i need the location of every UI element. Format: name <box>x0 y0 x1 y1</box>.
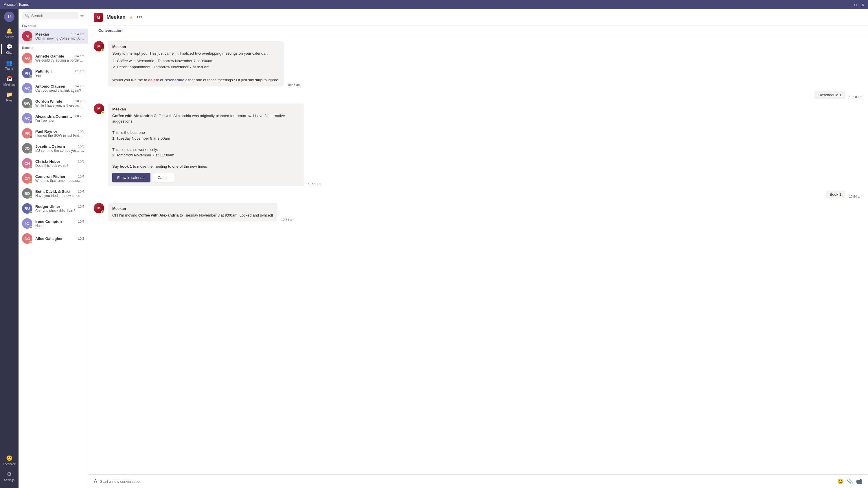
chat-item-meekan[interactable]: M Meekan 10:54 am Ok! I'm moving Coffee … <box>19 29 88 44</box>
msg-time-1: 10:48 am <box>287 83 301 87</box>
message-bubble-3: Meekan Coffee with Alexandria Coffee wit… <box>107 103 304 186</box>
avatar-cameron: CP <box>22 173 32 184</box>
msg-time-5: 10:54 am <box>281 218 294 222</box>
minimize-button[interactable]: ─ <box>847 3 850 7</box>
titlebar-title: Microsoft Teams <box>3 3 847 7</box>
nicely-label: This could also work nicely: <box>112 148 158 152</box>
chat-time: 10/5 <box>78 160 84 163</box>
chat-item-gordon[interactable]: GW Gordon Wilhite6:10 am While I have yo… <box>19 96 88 111</box>
icon-sidebar: U 🔔 Activity 💬 Chat 👥 Teams 📅 Meetings 📁… <box>0 9 19 488</box>
status-christa <box>30 166 32 168</box>
main-content: M Meekan ★ ••• Conversation M Meeka <box>88 9 868 488</box>
chat-preview: Can you send that link again? <box>35 89 84 93</box>
chat-name: Paul Raynor <box>35 129 57 134</box>
status-paul <box>30 136 32 138</box>
emoji-button[interactable]: 😊 <box>837 478 844 485</box>
chat-item-alexandria[interactable]: AC Alexandria Cummings6:08 am I'm free l… <box>19 111 88 126</box>
chat-time: 6:08 am <box>73 115 84 118</box>
chat-name: Alice Gallagher <box>35 236 63 241</box>
cta-text: Say book 1 to move the meeting to one of… <box>112 164 207 168</box>
chat-list-scroll: Favorites M Meekan 10:54 am Ok! I'm movi… <box>19 22 88 488</box>
avatar-alice: AG <box>22 233 32 244</box>
sidebar-item-activity[interactable]: 🔔 Activity <box>1 26 18 40</box>
maximize-button[interactable]: □ <box>855 3 857 7</box>
sidebar-item-label-teams: Teams <box>5 67 13 70</box>
show-in-calendar-button[interactable]: Show in calendar <box>112 173 151 183</box>
chat-item-christa[interactable]: CH Christa Huber10/5 Does this look weir… <box>19 156 88 171</box>
user-avatar[interactable]: U <box>4 11 14 22</box>
chat-item-josefina[interactable]: JO Josefina Osborn10/5 MJ sent me the co… <box>19 141 88 156</box>
cancel-button[interactable]: Cancel <box>153 173 174 183</box>
star-button[interactable]: ★ <box>129 14 133 20</box>
msg-time-4: 10:54 am <box>849 195 862 198</box>
chat-time: 10/2 <box>78 237 84 240</box>
chat-name: Rodger Ulmer <box>35 204 60 209</box>
message-row-1: M Meekan Sorry to interrupt you. This ju… <box>94 41 862 87</box>
meet-button[interactable]: 📹 <box>856 478 862 485</box>
chat-item-cameron[interactable]: CP Cameron Pitcher10/4 Where is that ram… <box>19 171 88 186</box>
action-buttons-3: Show in calendar Cancel <box>112 173 300 183</box>
chat-item-patti[interactable]: PH Patti Hull8:01 am Yes <box>19 66 88 80</box>
sidebar-item-feedback[interactable]: 😊 Feedback <box>1 453 18 467</box>
sidebar-item-label-settings: Settings <box>4 479 14 482</box>
delete-link[interactable]: delete <box>148 78 159 82</box>
sidebar-item-chat[interactable]: 💬 Chat <box>1 41 18 56</box>
attach-button[interactable]: 📎 <box>846 478 853 485</box>
conversation-title: Meekan <box>106 14 126 20</box>
chat-item-beth[interactable]: BD Beth, David, & Suki10/4 Have you trie… <box>19 186 88 201</box>
status-rodger <box>30 211 32 214</box>
chat-preview: I'm free later <box>35 119 84 123</box>
bot-status-msg5 <box>101 210 104 214</box>
chat-item-annette[interactable]: AG Annette Gamble8:14 am We could try ad… <box>19 51 88 66</box>
chat-name-meekan: Meekan <box>35 32 49 36</box>
chat-name: Christa Huber <box>35 159 60 164</box>
messages-area: M Meekan Sorry to interrupt you. This ju… <box>88 35 868 475</box>
status-meekan <box>30 38 32 41</box>
reschedule-link[interactable]: reschedule <box>164 78 184 82</box>
message-row-5: M Meekan Ok! I'm moving Coffee with Alex… <box>94 203 862 222</box>
status-alice <box>30 241 32 244</box>
chat-item-paul[interactable]: PR Paul Raynor10/5 I turned the SOW in l… <box>19 126 88 141</box>
sidebar-item-meetings[interactable]: 📅 Meetings <box>1 73 18 88</box>
search-box[interactable]: 🔍 <box>22 12 78 20</box>
search-input[interactable] <box>31 13 75 18</box>
chat-icon: 💬 <box>6 44 12 50</box>
bot-avatar-large: M <box>94 13 103 22</box>
chat-preview: While I have you, is there anyth... <box>35 103 84 107</box>
chat-time: 10/4 <box>78 205 84 208</box>
status-antonio <box>30 91 32 93</box>
avatar-antonio: AC <box>22 83 32 93</box>
chat-item-irene[interactable]: IC Irene Compton10/4 Haha! <box>19 216 88 231</box>
chat-name: Alexandria Cummings <box>35 114 73 119</box>
format-button[interactable]: A <box>94 479 97 485</box>
chat-item-rodger[interactable]: RU Rodger Ulmer10/4 Can you check this c… <box>19 201 88 216</box>
close-button[interactable]: ✕ <box>861 3 865 7</box>
msg-text-5: Ok! I'm moving Coffee with Alexandria to… <box>112 213 273 218</box>
avatar-beth: BD <box>22 188 32 199</box>
chat-preview: Have you tried the new smoothie.. <box>35 194 84 198</box>
chat-list-panel: 🔍 ✏ Favorites M Meekan 10:54 am Ok! I'm … <box>19 9 88 488</box>
sidebar-item-teams[interactable]: 👥 Teams <box>1 57 18 72</box>
sidebar-item-settings[interactable]: ⚙ Settings <box>1 468 18 483</box>
coffee-bold-5: Coffee with Alexandria <box>138 213 179 218</box>
files-icon: 📁 <box>6 91 12 98</box>
chat-time-meekan: 10:54 am <box>71 32 84 36</box>
sidebar-item-label-activity: Activity <box>5 35 14 38</box>
chat-item-alice[interactable]: AG Alice Gallagher10/2 <box>19 231 88 246</box>
avatar-christa: CH <box>22 158 32 168</box>
book1-action-btn: Book 1 <box>826 191 845 198</box>
compose-input[interactable] <box>100 479 834 484</box>
coffee-bold: Coffee with Alexandria <box>112 113 153 118</box>
avatar-rodger: RU <box>22 203 32 214</box>
more-options-button[interactable]: ••• <box>136 14 142 20</box>
sidebar-nav: 🔔 Activity 💬 Chat 👥 Teams 📅 Meetings 📁 F… <box>1 26 18 453</box>
chat-name: Gordon Wilhite <box>35 99 62 103</box>
option2-num: 2. <box>112 153 116 157</box>
avatar-irene: IC <box>22 218 32 229</box>
sidebar-item-files[interactable]: 📁 Files <box>1 89 18 104</box>
compose-button[interactable]: ✏ <box>81 13 84 19</box>
chat-item-antonio[interactable]: AC Antonio Clausen6:14 am Can you send t… <box>19 80 88 96</box>
tab-conversation[interactable]: Conversation <box>94 26 127 35</box>
chat-name: Patti Hull <box>35 69 52 73</box>
message-bubble-1: Meekan Sorry to interrupt you. This just… <box>107 41 284 87</box>
